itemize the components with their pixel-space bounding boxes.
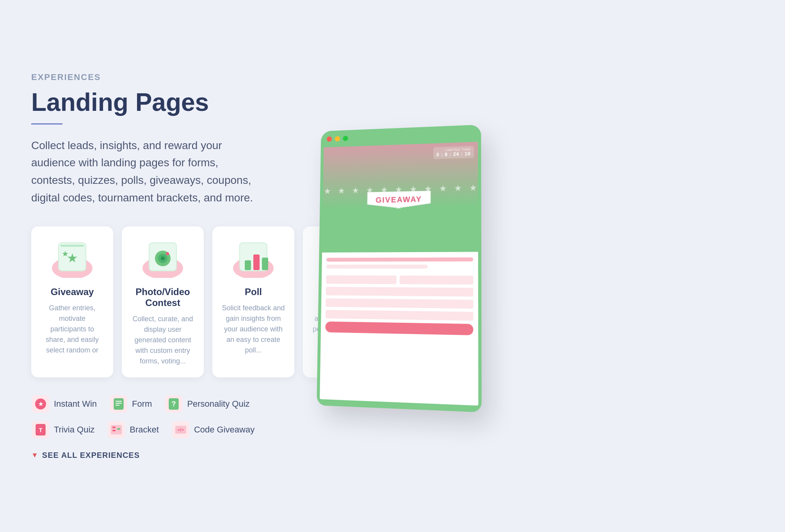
page-wrapper: EXPERIENCES Landing Pages Collect leads,…: [0, 0, 785, 532]
screen-form: [321, 252, 478, 341]
tag-bracket[interactable]: Bracket: [107, 420, 159, 439]
phone-mockup: ★ ★ ★ ★ ★ ★ ★ ★ ★ ★ ★ ★ LIMITED TI: [317, 125, 482, 412]
page-title: Landing Pages: [31, 89, 289, 116]
right-section: ★ ★ ★ ★ ★ ★ ★ ★ ★ ★ ★ ★ LIMITED TI: [304, 126, 492, 407]
card-giveaway-title: Giveaway: [41, 286, 104, 297]
tag-personality-quiz[interactable]: ? Personality Quiz: [164, 395, 249, 413]
card-giveaway-desc: Gather entries, motivate participants to…: [41, 303, 104, 356]
window-maximize-dot: [343, 135, 348, 141]
svg-text:T: T: [39, 427, 43, 433]
svg-rect-13: [245, 260, 251, 270]
form-full-2: [326, 298, 473, 308]
form-bar-1: [326, 257, 473, 262]
form-bar-2: [326, 264, 428, 268]
svg-rect-15: [262, 258, 268, 270]
section-label: EXPERIENCES: [31, 72, 289, 82]
card-giveaway[interactable]: ★ ★ Giveaway Gather entries, motivate pa…: [31, 226, 113, 377]
cards-row: ★ ★ Giveaway Gather entries, motivate pa…: [31, 226, 289, 377]
star-2: ★: [338, 186, 345, 196]
svg-point-9: [161, 256, 165, 260]
card-poll-desc: Solicit feedback and gain insights from …: [222, 303, 285, 356]
svg-text:?: ?: [172, 400, 176, 408]
timer-bar: LIMITED TIME 0 : 8 : 24 : 10: [433, 146, 474, 159]
svg-rect-37: [112, 430, 116, 431]
tag-bracket-label: Bracket: [130, 425, 159, 435]
tag-personality-quiz-label: Personality Quiz: [187, 399, 249, 409]
svg-rect-26: [116, 403, 122, 404]
svg-rect-25: [116, 401, 122, 402]
title-underline: [31, 123, 62, 125]
tag-trivia-quiz[interactable]: T Trivia Quiz: [31, 420, 94, 439]
see-all-row[interactable]: ▼ SEE ALL EXPERIENCES: [31, 451, 289, 460]
description-text: Collect leads, insights, and reward your…: [31, 137, 258, 207]
form-row-1: [326, 275, 473, 285]
svg-point-10: [166, 252, 169, 255]
form-full-1: [326, 286, 473, 296]
tag-instant-win[interactable]: ★ Instant Win: [31, 395, 97, 413]
timer-value: 0 : 8 : 24 : 10: [436, 151, 471, 157]
tag-form-label: Form: [132, 399, 152, 409]
window-minimize-dot: [335, 136, 340, 141]
svg-text:</>: </>: [178, 427, 184, 432]
bracket-icon: [107, 420, 126, 439]
card-poll-title: Poll: [222, 286, 285, 297]
star-10: ★: [454, 183, 462, 193]
svg-rect-38: [117, 428, 120, 430]
trivia-quiz-icon: T: [31, 420, 50, 439]
see-all-text: SEE ALL EXPERIENCES: [42, 451, 140, 460]
star-1: ★: [324, 186, 331, 196]
left-section: EXPERIENCES Landing Pages Collect leads,…: [31, 72, 304, 460]
form-half-2: [400, 276, 473, 285]
card-photo-title: Photo/Video Contest: [131, 286, 194, 308]
tag-code-giveaway[interactable]: </> Code Giveaway: [171, 420, 255, 439]
code-giveaway-icon: </>: [171, 420, 190, 439]
star-9: ★: [439, 183, 447, 194]
tag-form[interactable]: Form: [109, 395, 152, 413]
form-full-3: [326, 310, 473, 320]
svg-text:★: ★: [62, 249, 69, 258]
form-icon: [109, 395, 128, 413]
svg-rect-24: [114, 399, 123, 409]
card-photo-icon: [139, 239, 186, 278]
form-submit-btn[interactable]: [325, 321, 473, 335]
svg-rect-36: [112, 427, 116, 428]
personality-quiz-icon: ?: [164, 395, 183, 413]
card-photo-video[interactable]: Photo/Video Contest Collect, curate, and…: [122, 226, 204, 377]
phone-screen: ★ ★ ★ ★ ★ ★ ★ ★ ★ ★ ★ ★ LIMITED TI: [320, 142, 478, 406]
tag-instant-win-label: Instant Win: [54, 399, 97, 409]
card-photo-desc: Collect, curate, and display user genera…: [131, 314, 194, 367]
screen-hero: ★ ★ ★ ★ ★ ★ ★ ★ ★ ★ ★ ★ LIMITED TI: [322, 142, 478, 253]
giveaway-text: GIVEAWAY: [376, 195, 422, 205]
star-11: ★: [469, 183, 477, 193]
svg-rect-14: [253, 254, 260, 270]
svg-rect-27: [116, 405, 119, 406]
tags-row: ★ Instant Win Form: [31, 395, 289, 439]
svg-text:★: ★: [38, 401, 43, 407]
card-giveaway-icon: ★ ★: [49, 239, 96, 278]
form-half-1: [326, 275, 397, 284]
card-poll-icon: [230, 239, 277, 278]
svg-rect-2: [61, 245, 84, 247]
svg-rect-35: [111, 425, 122, 434]
instant-win-icon: ★: [31, 395, 50, 413]
tag-code-giveaway-label: Code Giveaway: [194, 425, 255, 435]
tag-trivia-quiz-label: Trivia Quiz: [54, 425, 94, 435]
card-poll[interactable]: Poll Solicit feedback and gain insights …: [212, 226, 294, 377]
window-close-dot: [327, 136, 332, 142]
star-3: ★: [352, 185, 359, 196]
see-all-arrow-icon: ▼: [31, 451, 38, 459]
